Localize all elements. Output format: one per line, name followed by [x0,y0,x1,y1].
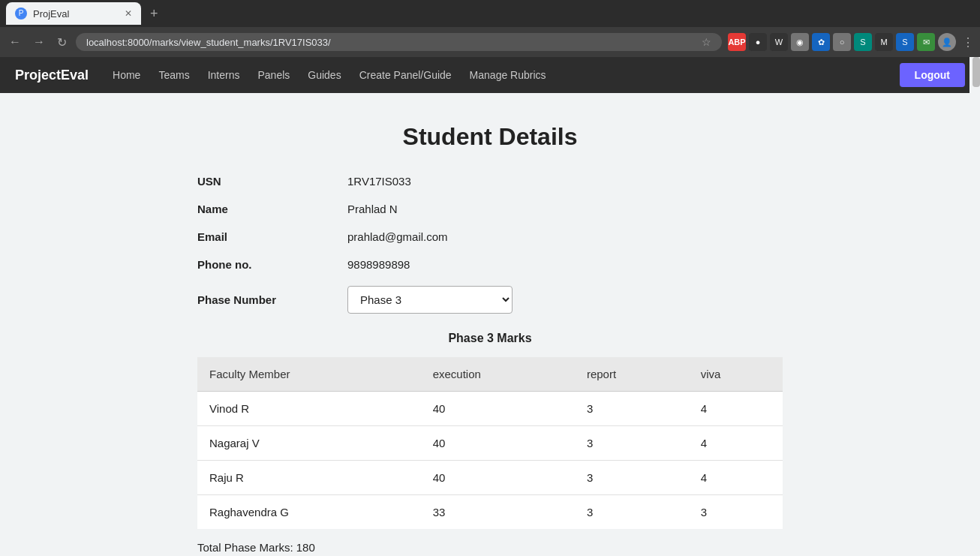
table-header: Faculty Member execution report viva [197,357,783,392]
name-value: Prahlad N [347,203,398,215]
execution-value: 33 [421,495,575,530]
col-report: report [575,357,689,392]
address-bar-row: ← → ↻ localhost:8000/marks/view_student_… [0,27,980,57]
viva-value: 4 [689,426,783,461]
page-title: Student Details [197,123,783,151]
phase-number-label: Phase Number [197,293,347,306]
logout-button[interactable]: Logout [900,63,965,87]
browser-chrome: P ProjEval ✕ + ← → ↻ localhost:8000/mark… [0,0,980,57]
address-text: localhost:8000/marks/view_student_marks/… [86,37,696,48]
app-brand: ProjectEval [15,68,89,83]
phone-label: Phone no. [197,258,347,271]
faculty-name: Nagaraj V [197,426,421,461]
extension-2[interactable]: ● [749,33,767,51]
extension-10[interactable]: ✉ [917,33,935,51]
tab-title: ProjEval [33,8,69,20]
marks-title: Phase 3 Marks [197,332,783,345]
nav-panels[interactable]: Panels [257,69,290,81]
back-button[interactable]: ← [6,32,24,52]
viva-value: 4 [689,392,783,426]
phone-value: 9898989898 [347,258,410,271]
report-value: 3 [575,392,689,426]
extension-9[interactable]: S [896,33,914,51]
col-faculty: Faculty Member [197,357,421,392]
name-row: Name Prahlad N [197,203,783,215]
nav-guides[interactable]: Guides [308,69,341,81]
table-row: Raju R 40 3 4 [197,461,783,495]
marks-table: Faculty Member execution report viva Vin… [197,357,783,529]
user-avatar[interactable]: 👤 [938,33,956,51]
main-content: Student Details USN 1RV17IS033 Name Prah… [0,93,980,556]
email-label: Email [197,230,347,243]
nav-home[interactable]: Home [113,69,140,81]
total-marks: Total Phase Marks: 180 [197,541,783,554]
total-marks-label: Total Phase Marks: [197,541,293,554]
name-label: Name [197,203,347,215]
table-body: Vinod R 40 3 4 Nagaraj V 40 3 4 Raju R 4… [197,392,783,530]
new-tab-button[interactable]: + [144,6,164,22]
faculty-name: Raju R [197,461,421,495]
phase-select[interactable]: Phase 1 Phase 2 Phase 3 [347,286,513,314]
toolbar-icons: ABP ● W ◉ ✿ ○ S M S ✉ 👤 [728,33,956,51]
email-value: prahlad@gmail.com [347,230,448,243]
execution-value: 40 [421,426,575,461]
col-viva: viva [689,357,783,392]
extension-7[interactable]: S [854,33,872,51]
report-value: 3 [575,495,689,530]
report-value: 3 [575,426,689,461]
extension-4[interactable]: ◉ [791,33,809,51]
browser-tab[interactable]: P ProjEval ✕ [6,2,141,25]
usn-row: USN 1RV17IS033 [197,175,783,188]
table-row: Nagaraj V 40 3 4 [197,426,783,461]
address-bar[interactable]: localhost:8000/marks/view_student_marks/… [76,33,722,51]
extension-5[interactable]: ✿ [812,33,830,51]
app-navbar: ProjectEval Home Teams Interns Panels Gu… [0,57,980,93]
usn-value: 1RV17IS033 [347,175,411,188]
bookmark-icon[interactable]: ☆ [702,36,711,48]
reload-button[interactable]: ↻ [54,32,70,53]
tab-close-button[interactable]: ✕ [125,8,132,19]
extension-8[interactable]: M [875,33,893,51]
faculty-name: Raghavendra G [197,495,421,530]
table-row: Vinod R 40 3 4 [197,392,783,426]
execution-value: 40 [421,392,575,426]
phase-row: Phase Number Phase 1 Phase 2 Phase 3 [197,286,783,314]
usn-label: USN [197,175,347,188]
nav-teams[interactable]: Teams [158,69,189,81]
report-value: 3 [575,461,689,495]
menu-dots-button[interactable]: ⋮ [962,35,974,50]
total-marks-value: 180 [296,541,315,554]
col-execution: execution [421,357,575,392]
execution-value: 40 [421,461,575,495]
viva-value: 3 [689,495,783,530]
scrollbar-thumb[interactable] [972,57,980,87]
header-row: Faculty Member execution report viva [197,357,783,392]
nav-manage-rubrics[interactable]: Manage Rubrics [470,69,546,81]
email-row: Email prahlad@gmail.com [197,230,783,243]
tab-favicon: P [15,8,27,20]
extension-3[interactable]: W [770,33,788,51]
tab-bar: P ProjEval ✕ + [0,0,980,27]
nav-interns[interactable]: Interns [208,69,240,81]
nav-create-panel-guide[interactable]: Create Panel/Guide [359,69,452,81]
scrollbar[interactable] [969,57,980,556]
table-row: Raghavendra G 33 3 3 [197,495,783,530]
faculty-name: Vinod R [197,392,421,426]
forward-button[interactable]: → [30,32,48,52]
student-details-section: Student Details USN 1RV17IS033 Name Prah… [197,123,783,554]
extension-6[interactable]: ○ [833,33,851,51]
phone-row: Phone no. 9898989898 [197,258,783,271]
viva-value: 4 [689,461,783,495]
extension-abp[interactable]: ABP [728,33,746,51]
